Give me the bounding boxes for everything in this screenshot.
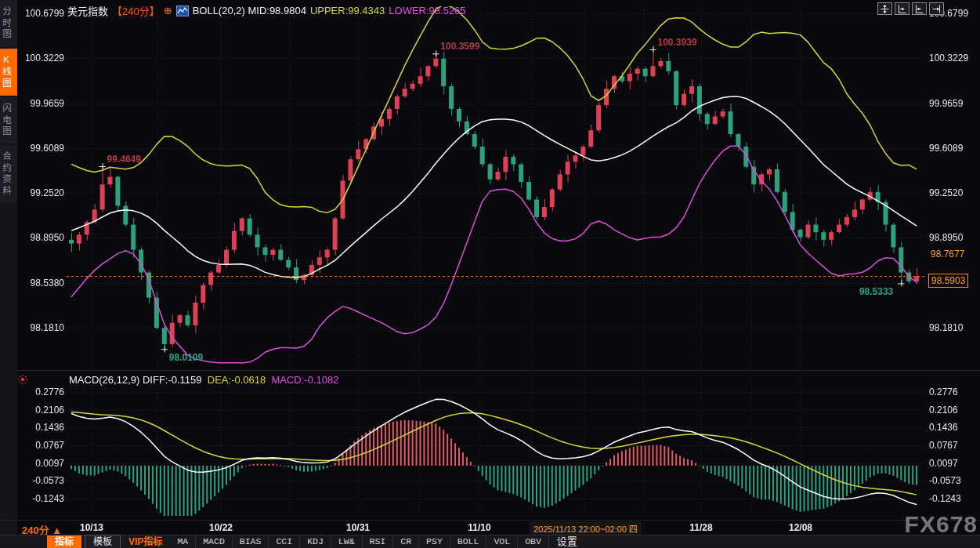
price-tick-right: 99.2520 (929, 187, 978, 198)
x-axis-highlighted-date: 2025/11/13 22:00~02:00 四 (530, 521, 642, 535)
price-tick-left: 98.5380 (19, 278, 64, 289)
macd-dea-value: DEA:-0.0618 (208, 374, 266, 386)
toolbar-item-CR[interactable]: CR (393, 535, 419, 548)
toolbar-item-KDJ[interactable]: KDJ (300, 535, 331, 548)
price-tick-left: 100.3229 (19, 53, 64, 64)
axis-shift-left-icon[interactable] (895, 2, 909, 15)
last-price-label: 98.5903 (928, 274, 968, 288)
axis-shift-right-icon[interactable] (912, 2, 927, 15)
price-tick-left: 99.6089 (19, 143, 64, 154)
price-tick-right: 99.6089 (929, 143, 978, 154)
macd-tick-left: -0.1243 (19, 493, 64, 504)
period-tag: 【240分】 (112, 3, 160, 18)
pan-tool-icon[interactable] (877, 2, 892, 15)
indicator-toolbar: 指标模板VIP指标MAMACDBIASCCIKDJLW&RSICRPSYBOLL… (0, 535, 980, 548)
chart-canvas[interactable] (0, 0, 980, 548)
price-tick-left: 98.1810 (19, 322, 64, 333)
toolbar-item-设置[interactable]: 设置 (549, 535, 585, 548)
boll-label: BOLL(20,2) MID:98.9804 (193, 5, 306, 16)
chart-application: 分时图K线图闪电图合约资料 美元指数 【240分】 ⊕ BOLL(20,2) M… (0, 0, 980, 548)
macd-tick-right: -0.0573 (929, 475, 978, 486)
toolbar-item-LW&[interactable]: LW& (331, 535, 363, 548)
x-axis: 240分 ▲ 10/1310/2210/3111/1011/2812/08202… (0, 520, 980, 535)
toolbar-item-VIP指标[interactable]: VIP指标 (121, 535, 170, 548)
toolbar-item-OBV[interactable]: OBV (518, 535, 549, 548)
sidebar-item-1[interactable]: K线图 (0, 49, 17, 96)
toolbar-item-指标[interactable]: 指标 (47, 535, 81, 548)
toolbar-item-MA[interactable]: MA (170, 535, 196, 548)
x-axis-date: 10/31 (346, 522, 370, 533)
toolbar-item-VOL[interactable]: VOL (486, 535, 518, 548)
x-axis-date: 11/10 (468, 522, 490, 533)
toolbar-item-BIAS[interactable]: BIAS (233, 535, 269, 548)
x-axis-date: 11/28 (689, 522, 712, 533)
sidebar-item-0[interactable]: 分时图 (0, 0, 17, 47)
boll-lower-value: LOWER:98.5265 (389, 5, 465, 16)
chart-type-sidebar: 分时图K线图闪电图合约资料 (0, 0, 17, 535)
x-axis-date: 10/22 (209, 522, 233, 533)
boll-upper-value: UPPER:99.4343 (310, 5, 385, 16)
watermark: FX678 (905, 511, 978, 538)
toolbar-item-RSI[interactable]: RSI (363, 535, 394, 548)
price-tick-left: 100.6799 (19, 8, 64, 19)
price-tick-left: 98.8950 (19, 232, 64, 243)
macd-macd-value: MACD:-0.1082 (271, 374, 338, 386)
toolbar-item-BOLL[interactable]: BOLL (450, 535, 487, 548)
macd-tick-left: 0.2776 (19, 387, 64, 397)
chart-header: 美元指数 【240分】 ⊕ BOLL(20,2) MID:98.9804 UPP… (67, 3, 466, 18)
macd-diff-value: DIFF:-0.1159 (143, 374, 202, 386)
alert-dot-icon[interactable] (17, 374, 28, 385)
toolbar-item-PSY[interactable]: PSY (419, 535, 450, 548)
macd-header: MACD(26,12,9) DIFF:-0.1159 DEA:-0.0618 M… (69, 374, 338, 386)
macd-tick-right: 0.0097 (929, 458, 978, 469)
add-indicator-icon[interactable]: ⊕ (164, 5, 172, 16)
x-axis-date: 10/13 (80, 522, 103, 533)
price-tick-right: 100.3229 (929, 53, 978, 64)
macd-tick-right: 0.2106 (929, 405, 978, 416)
chart-tool-buttons (877, 2, 944, 15)
toolbar-item-CCI[interactable]: CCI (269, 535, 300, 548)
macd-tick-right: -0.1243 (929, 493, 978, 504)
sidebar-item-2[interactable]: 闪电图 (0, 97, 17, 144)
macd-tick-right: 0.2776 (929, 387, 978, 397)
toolbar-item-MACD[interactable]: MACD (196, 535, 233, 548)
annotation-high: 100.3939 (658, 37, 697, 48)
macd-name: MACD(26,12,9) (69, 374, 139, 386)
symbol-name: 美元指数 (67, 3, 108, 18)
sidebar-item-3[interactable]: 合约资料 (0, 145, 17, 203)
axis-collapse-icon[interactable] (929, 2, 944, 15)
annotation-low: 98.5333 (846, 286, 893, 297)
price-tick-right: 98.1810 (929, 322, 978, 333)
price-tick-right: 98.8950 (929, 232, 978, 243)
price-tick-right: 99.9659 (929, 98, 978, 109)
macd-tick-left: -0.0573 (19, 475, 64, 486)
macd-tick-left: 0.0767 (19, 440, 64, 451)
macd-tick-left: 0.0097 (19, 458, 64, 469)
macd-tick-right: 0.0767 (929, 440, 978, 451)
macd-tick-left: 0.1436 (19, 422, 64, 433)
price-tick-left: 99.9659 (19, 98, 64, 109)
annotation-low: 98.0109 (169, 352, 203, 363)
price-tick-left: 99.2520 (19, 187, 64, 198)
band-price-label: 98.7677 (928, 248, 967, 260)
toolbar-item-模板[interactable]: 模板 (85, 535, 121, 548)
macd-tick-left: 0.2106 (19, 405, 64, 416)
x-axis-date: 12/08 (789, 522, 812, 533)
annotation-high: 100.3599 (440, 41, 479, 52)
indicator-chart-icon (176, 5, 189, 16)
annotation-high: 99.4649 (107, 154, 141, 165)
macd-tick-right: 0.1436 (929, 422, 978, 433)
